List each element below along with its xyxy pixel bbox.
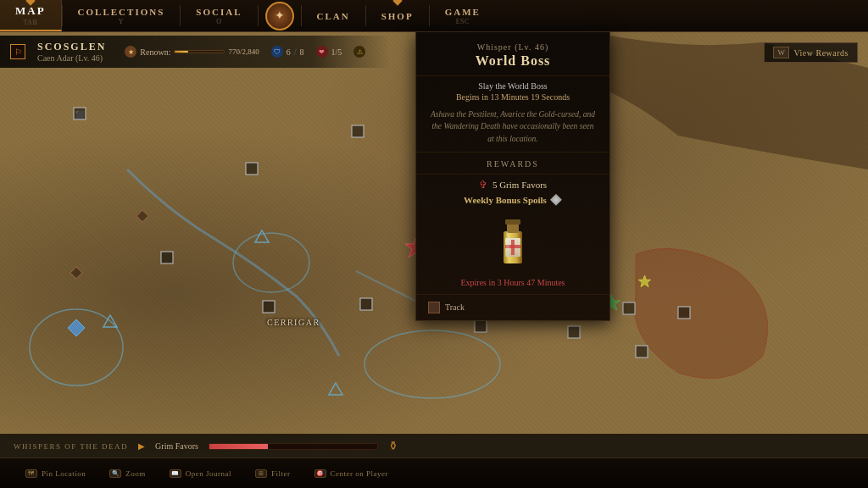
view-rewards-label: View Rewards: [793, 48, 849, 58]
hint-center: 🎯 Center on Player: [303, 469, 400, 478]
popup-timer: Begins in 13 Minutes 19 Seconds: [416, 92, 609, 102]
popup-rewards-header: REWARDS: [416, 152, 609, 175]
nav-item-clan[interactable]: CLAN: [302, 0, 365, 31]
view-rewards-button[interactable]: W View Rewards: [764, 42, 858, 63]
filter-label: Filter: [271, 469, 291, 478]
nav-item-social[interactable]: SOCIAL O: [181, 0, 257, 31]
popup-grim-favors: ✞ 5 Grim Favors: [416, 175, 609, 194]
pin-label: Pin Location: [42, 469, 86, 478]
center-label: Center on Player: [331, 469, 388, 478]
renown-label: Renown:: [140, 47, 170, 57]
spoils-gem-icon: [550, 194, 562, 206]
svg-rect-11: [636, 346, 648, 358]
nav-emblem: ✦: [259, 0, 301, 31]
quest-bar: WHISPERS OF THE DEAD ▶ Grim Favors ⚱: [0, 434, 868, 458]
svg-rect-13: [161, 252, 173, 263]
world-boss-popup: Whisper (Lv. 46) World Boss Slay the Wor…: [415, 32, 610, 321]
journal-label: Open Journal: [186, 469, 231, 478]
shield-stat: 🛡 6 / 8: [271, 46, 304, 58]
svg-point-2: [233, 233, 309, 292]
shield-max: 8: [300, 47, 304, 57]
shield-value: 6: [287, 47, 291, 57]
extra-icon: ⚠: [353, 46, 365, 58]
quest-bar-label: WHISPERS OF THE DEAD: [14, 442, 128, 451]
quest-name: Grim Favors: [155, 441, 198, 451]
svg-rect-30: [505, 219, 520, 225]
area-info: SCOSGLEN Caen Adar (Lv. 46): [37, 41, 106, 63]
track-icon: [428, 302, 440, 313]
hint-filter: ⊞ Filter: [243, 469, 303, 478]
zoom-label: Zoom: [125, 469, 146, 478]
renown-bar: [174, 50, 225, 53]
quest-arrow-icon: ▶: [138, 441, 145, 451]
svg-rect-7: [475, 320, 487, 332]
svg-rect-23: [70, 267, 82, 279]
renown-value: 770/2,840: [228, 47, 259, 56]
popup-subtitle: Whisper (Lv. 46): [430, 42, 596, 52]
track-label: Track: [445, 302, 465, 312]
center-icon: 🎯: [314, 469, 326, 478]
quest-progress-bar: [209, 443, 378, 450]
filter-icon: ⊞: [255, 469, 267, 478]
renown-fill: [175, 51, 188, 53]
quest-reward-icon: ⚱: [388, 439, 398, 453]
popup-title: World Boss: [430, 53, 596, 69]
popup-lore: Ashava the Pestilent, Avarice the Gold-c…: [416, 102, 609, 152]
svg-rect-8: [263, 301, 275, 313]
view-rewards-key: W: [773, 47, 789, 58]
svg-marker-17: [329, 383, 342, 395]
quest-progress-fill: [209, 444, 268, 449]
svg-rect-12: [678, 307, 690, 319]
grim-favors-text: 5 Grim Favors: [492, 180, 547, 190]
svg-marker-15: [255, 230, 269, 242]
journal-icon: 📖: [170, 469, 181, 478]
svg-rect-10: [623, 302, 635, 314]
zoom-icon: 🔍: [109, 469, 121, 478]
reward-bottle-svg: [492, 216, 534, 271]
svg-rect-9: [568, 326, 580, 338]
popup-weekly-spoils: Weekly Bonus Spoils: [416, 194, 609, 209]
svg-rect-5: [246, 163, 258, 175]
svg-rect-14: [360, 298, 372, 310]
weekly-bonus-text: Weekly Bonus Spoils: [464, 195, 547, 205]
area-stats: ★ Renown: 770/2,840 🛡 6 / 8 ❤ 1/5 ⚠: [125, 46, 365, 58]
svg-rect-6: [352, 125, 364, 137]
svg-rect-34: [506, 232, 509, 258]
svg-text:⬛: ⬛: [75, 110, 84, 119]
top-navigation: MAP TAB COLLECTIONS Y SOCIAL O ✦ CLAN SH…: [0, 0, 868, 32]
shield-icon: 🛡: [271, 46, 283, 58]
bottom-bar: 🗺 Pin Location 🔍 Zoom 📖 Open Journal ⊞ F…: [0, 458, 868, 488]
popup-header: Whisper (Lv. 46) World Boss: [416, 32, 609, 76]
pin-icon: 🗺: [25, 469, 37, 478]
popup-track-button[interactable]: Track: [416, 294, 609, 320]
hint-pin-location: 🗺 Pin Location: [14, 469, 97, 478]
health-icon: ❤: [316, 46, 328, 58]
health-value: 1/5: [331, 47, 342, 57]
nav-item-collections[interactable]: COLLECTIONS Y: [63, 0, 181, 31]
renown-icon: ★: [125, 46, 136, 58]
hint-journal: 📖 Open Journal: [158, 469, 243, 478]
popup-reward-image: [416, 209, 609, 278]
popup-expires: Expires in 3 Hours 47 Minutes: [416, 278, 609, 294]
nav-item-map[interactable]: MAP TAB: [0, 0, 62, 31]
game-emblem: ✦: [265, 2, 294, 30]
svg-marker-21: [68, 319, 85, 336]
nav-item-game[interactable]: GAME ESC: [430, 0, 496, 31]
renown-stat: ★ Renown: 770/2,840: [125, 46, 259, 58]
area-header: ⚐ SCOSGLEN Caen Adar (Lv. 46) ★ Renown: …: [0, 36, 391, 68]
svg-rect-24: [136, 210, 148, 222]
svg-point-1: [364, 330, 500, 398]
popup-action: Slay the World Boss: [416, 81, 609, 91]
hint-zoom: 🔍 Zoom: [97, 469, 158, 478]
health-stat: ❤ 1/5: [316, 46, 342, 58]
extra-stat: ⚠: [353, 46, 365, 58]
grim-icon: ✞: [479, 179, 487, 191]
area-sub: Caen Adar (Lv. 46): [37, 53, 106, 63]
area-icon: ⚐: [10, 44, 25, 59]
area-name: SCOSGLEN: [37, 41, 106, 53]
nav-item-shop[interactable]: SHOP: [366, 0, 429, 31]
